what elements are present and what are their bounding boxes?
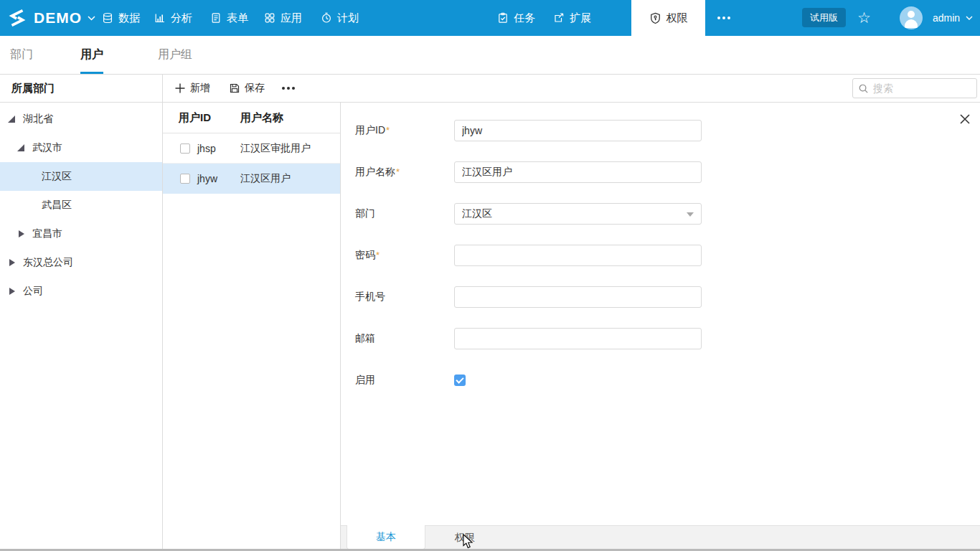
form-icon bbox=[210, 12, 222, 24]
tab-basic[interactable]: 基本 bbox=[347, 525, 425, 550]
tree-collapsed-icon[interactable] bbox=[17, 230, 25, 238]
search-icon bbox=[858, 83, 869, 94]
tree-expanded-icon[interactable] bbox=[7, 115, 16, 123]
save-icon bbox=[229, 83, 240, 94]
user-toolbar: 新增 保存 bbox=[163, 75, 980, 103]
nav-item-forms[interactable]: 表单 bbox=[210, 0, 248, 36]
table-row[interactable]: jhyw 江汉区用户 bbox=[163, 164, 340, 194]
nav-item-apps[interactable]: 应用 bbox=[264, 0, 302, 36]
nav-item-data[interactable]: 数据 bbox=[102, 0, 140, 36]
trial-version-badge: 试用版 bbox=[802, 8, 846, 27]
add-user-button[interactable]: 新增 bbox=[174, 82, 210, 95]
detail-tab-bar: 基本 权限 bbox=[341, 525, 980, 549]
phone-field[interactable] bbox=[454, 286, 702, 308]
nav-item-label: 应用 bbox=[281, 11, 302, 25]
form-row-enabled: 启用 bbox=[341, 359, 980, 401]
module-tab-bar: 部门 用户 用户组 bbox=[0, 36, 980, 75]
tree-collapsed-icon[interactable] bbox=[7, 287, 16, 296]
user-form: 用户ID* 用户名称* 部门 江汉区 密码* 手机号 邮箱 启用 bbox=[341, 103, 980, 401]
database-icon bbox=[102, 12, 113, 24]
enabled-checkbox[interactable] bbox=[454, 375, 466, 386]
plus-icon bbox=[174, 83, 186, 94]
user-table-header: 用户ID 用户名称 bbox=[163, 103, 340, 133]
nav-item-schedule[interactable]: 计划 bbox=[321, 0, 359, 36]
sidebar-title: 所属部门 bbox=[0, 75, 162, 103]
nav-item-analysis[interactable]: 分析 bbox=[154, 0, 192, 36]
nav-item-tasks[interactable]: 任务 bbox=[497, 0, 535, 36]
tab-user-groups[interactable]: 用户组 bbox=[158, 36, 192, 74]
tree-node-label: 江汉区 bbox=[42, 170, 72, 183]
cell-user-id: jhyw bbox=[197, 173, 240, 184]
extension-icon bbox=[553, 12, 565, 24]
save-button[interactable]: 保存 bbox=[229, 82, 265, 95]
tab-departments[interactable]: 部门 bbox=[10, 36, 33, 74]
table-row[interactable]: jhsp 江汉区审批用户 bbox=[163, 133, 340, 164]
user-list-pane: 用户ID 用户名称 jhsp 江汉区审批用户 jhyw 江汉区用户 bbox=[163, 103, 341, 549]
tree-node-hubei[interactable]: 湖北省 bbox=[0, 105, 162, 133]
nav-item-label: 分析 bbox=[171, 11, 192, 25]
shield-key-icon bbox=[649, 12, 661, 24]
field-label: 部门 bbox=[355, 207, 375, 219]
email-field[interactable] bbox=[454, 328, 702, 349]
department-select[interactable]: 江汉区 bbox=[454, 203, 702, 225]
tree-collapsed-icon[interactable] bbox=[7, 258, 16, 267]
app-logo-icon[interactable] bbox=[6, 7, 28, 29]
form-row-department: 部门 江汉区 bbox=[341, 193, 980, 235]
tree-node-label: 武汉市 bbox=[32, 141, 62, 154]
search-box[interactable] bbox=[852, 78, 977, 98]
save-button-label: 保存 bbox=[245, 82, 265, 95]
user-avatar[interactable] bbox=[900, 6, 923, 29]
tree-node-label: 武昌区 bbox=[42, 199, 72, 212]
nav-item-permissions[interactable]: 权限 bbox=[631, 0, 705, 36]
department-tree: 湖北省 武汉市 江汉区 武昌区 宜昌市 东汉总公司 公司 bbox=[0, 103, 162, 306]
field-label: 密码 bbox=[355, 249, 375, 260]
favorite-star-icon[interactable]: ☆ bbox=[857, 8, 871, 28]
ellipsis-icon bbox=[717, 17, 720, 19]
department-sidebar: 所属部门 湖北省 武汉市 江汉区 武昌区 宜昌市 东汉总公司 公司 bbox=[0, 75, 163, 549]
nav-item-label: 权限 bbox=[666, 11, 688, 25]
chart-icon bbox=[154, 12, 166, 24]
cell-user-id: jhsp bbox=[197, 143, 240, 154]
username-field[interactable] bbox=[454, 161, 702, 183]
field-label: 邮箱 bbox=[355, 332, 375, 344]
column-header-username: 用户名称 bbox=[240, 111, 283, 125]
tree-node-wuhan[interactable]: 武汉市 bbox=[0, 133, 162, 162]
tree-node-wuchang[interactable]: 武昌区 bbox=[0, 191, 162, 220]
required-mark: * bbox=[376, 250, 380, 260]
tree-expanded-icon[interactable] bbox=[17, 143, 25, 152]
chevron-down-icon bbox=[88, 16, 95, 21]
form-row-phone: 手机号 bbox=[341, 276, 980, 318]
field-label: 用户ID bbox=[355, 124, 385, 136]
userid-field[interactable] bbox=[454, 120, 702, 141]
field-label: 手机号 bbox=[355, 291, 385, 302]
close-icon[interactable] bbox=[958, 112, 972, 126]
tab-permissions[interactable]: 权限 bbox=[425, 526, 504, 550]
tree-node-donghan[interactable]: 东汉总公司 bbox=[0, 248, 162, 277]
apps-icon bbox=[264, 12, 275, 24]
nav-item-label: 计划 bbox=[337, 11, 359, 25]
chevron-down-icon bbox=[966, 16, 973, 20]
brand-title: DEMO bbox=[34, 9, 82, 27]
toolbar-more-button[interactable] bbox=[282, 87, 295, 90]
form-row-password: 密码* bbox=[341, 235, 980, 276]
tree-node-yichang[interactable]: 宜昌市 bbox=[0, 220, 162, 248]
schedule-icon bbox=[321, 12, 332, 24]
nav-item-label: 扩展 bbox=[570, 11, 591, 25]
department-select-value: 江汉区 bbox=[462, 207, 492, 220]
tree-node-company[interactable]: 公司 bbox=[0, 277, 162, 306]
search-input[interactable] bbox=[873, 83, 971, 94]
row-checkbox[interactable] bbox=[180, 174, 190, 184]
tree-node-label: 东汉总公司 bbox=[23, 256, 73, 269]
nav-item-extensions[interactable]: 扩展 bbox=[553, 0, 591, 36]
cell-user-name: 江汉区审批用户 bbox=[240, 142, 311, 155]
form-row-username: 用户名称* bbox=[341, 151, 980, 193]
nav-more-button[interactable] bbox=[717, 0, 730, 36]
row-checkbox[interactable] bbox=[180, 143, 190, 154]
brand-menu[interactable]: DEMO bbox=[34, 0, 95, 36]
field-label: 启用 bbox=[355, 374, 375, 385]
tree-node-jianghan[interactable]: 江汉区 bbox=[0, 162, 162, 191]
tab-users[interactable]: 用户 bbox=[80, 36, 103, 74]
form-row-email: 邮箱 bbox=[341, 318, 980, 359]
user-menu[interactable]: admin bbox=[933, 0, 973, 36]
password-field[interactable] bbox=[454, 245, 702, 266]
